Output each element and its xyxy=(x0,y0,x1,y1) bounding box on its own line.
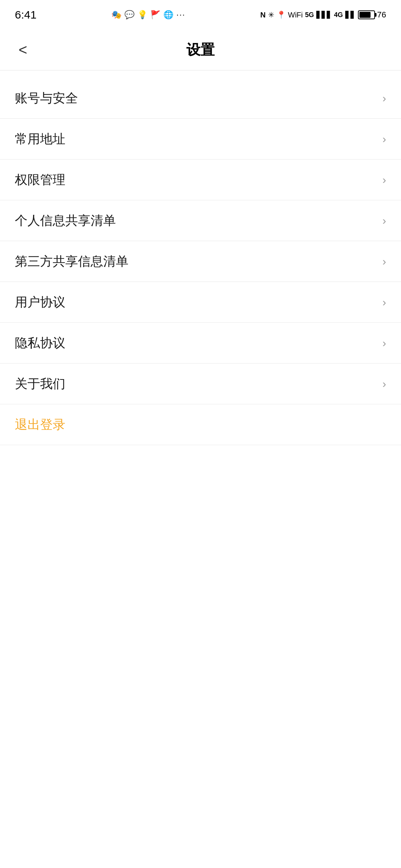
menu-list: 账号与安全›常用地址›权限管理›个人信息共享清单›第三方共享信息清单›用户协议›… xyxy=(0,78,401,445)
menu-item-label-personal-info-sharing: 个人信息共享清单 xyxy=(15,212,116,229)
signal-4g-icon: 4G xyxy=(334,11,343,19)
menu-item-user-agreement[interactable]: 用户协议› xyxy=(0,282,401,323)
location-icon: 📍 xyxy=(277,10,286,19)
status-time: 6:41 xyxy=(15,9,36,21)
chevron-icon-permission-management: › xyxy=(382,174,386,186)
globe-icon: 🌐 xyxy=(163,10,173,20)
chevron-icon-about-us: › xyxy=(382,378,386,390)
chevron-icon-common-address: › xyxy=(382,133,386,145)
menu-item-third-party-sharing[interactable]: 第三方共享信息清单› xyxy=(0,241,401,282)
lamp-icon: 💡 xyxy=(137,10,147,20)
flag-icon: 🚩 xyxy=(150,10,160,20)
nav-bar: < 设置 xyxy=(0,30,401,70)
chevron-icon-third-party-sharing: › xyxy=(382,255,386,268)
signal-bars-2-icon: ▋▋ xyxy=(345,11,356,19)
wifi-icon: WiFi xyxy=(288,11,303,19)
menu-item-label-permission-management: 权限管理 xyxy=(15,171,65,188)
menu-item-account-security[interactable]: 账号与安全› xyxy=(0,78,401,119)
back-button[interactable]: < xyxy=(15,38,31,62)
page-title: 设置 xyxy=(186,40,215,59)
nfc-icon: N xyxy=(260,11,265,19)
chevron-icon-personal-info-sharing: › xyxy=(382,214,386,227)
menu-item-label-privacy-agreement: 隐私协议 xyxy=(15,335,65,352)
menu-item-label-user-agreement: 用户协议 xyxy=(15,294,65,311)
signal-5g-icon: 5G xyxy=(305,11,314,19)
menu-item-label-about-us: 关于我们 xyxy=(15,375,65,392)
menu-item-permission-management[interactable]: 权限管理› xyxy=(0,160,401,200)
menu-item-common-address[interactable]: 常用地址› xyxy=(0,119,401,160)
menu-item-privacy-agreement[interactable]: 隐私协议› xyxy=(0,323,401,364)
chevron-icon-user-agreement: › xyxy=(382,296,386,309)
menu-item-logout[interactable]: 退出登录 xyxy=(0,404,401,445)
battery-fill xyxy=(359,12,371,18)
menu-item-label-account-security: 账号与安全 xyxy=(15,90,78,107)
status-bar: 6:41 🎭 💬 💡 🚩 🌐 ··· N ✳ 📍 WiFi 5G ▋▋▋ 4G … xyxy=(0,0,401,30)
menu-item-personal-info-sharing[interactable]: 个人信息共享清单› xyxy=(0,200,401,241)
menu-item-label-common-address: 常用地址 xyxy=(15,131,65,148)
status-right: N ✳ 📍 WiFi 5G ▋▋▋ 4G ▋▋ 76 xyxy=(260,10,386,20)
more-icon: ··· xyxy=(176,10,185,20)
chevron-icon-account-security: › xyxy=(382,92,386,105)
menu-item-about-us[interactable]: 关于我们› xyxy=(0,364,401,404)
battery-icon xyxy=(358,10,375,19)
soul-app-icon: 🎭 xyxy=(111,10,121,20)
menu-item-label-logout: 退出登录 xyxy=(15,416,65,433)
signal-bars-icon: ▋▋▋ xyxy=(316,11,332,19)
chat-icon: 💬 xyxy=(124,10,134,20)
status-icons: 🎭 💬 💡 🚩 🌐 ··· xyxy=(111,10,185,20)
battery-percent: 76 xyxy=(377,10,386,20)
menu-item-label-third-party-sharing: 第三方共享信息清单 xyxy=(15,253,128,270)
battery-tip xyxy=(375,13,376,17)
chevron-icon-privacy-agreement: › xyxy=(382,337,386,349)
bluetooth-icon: ✳ xyxy=(268,10,274,19)
